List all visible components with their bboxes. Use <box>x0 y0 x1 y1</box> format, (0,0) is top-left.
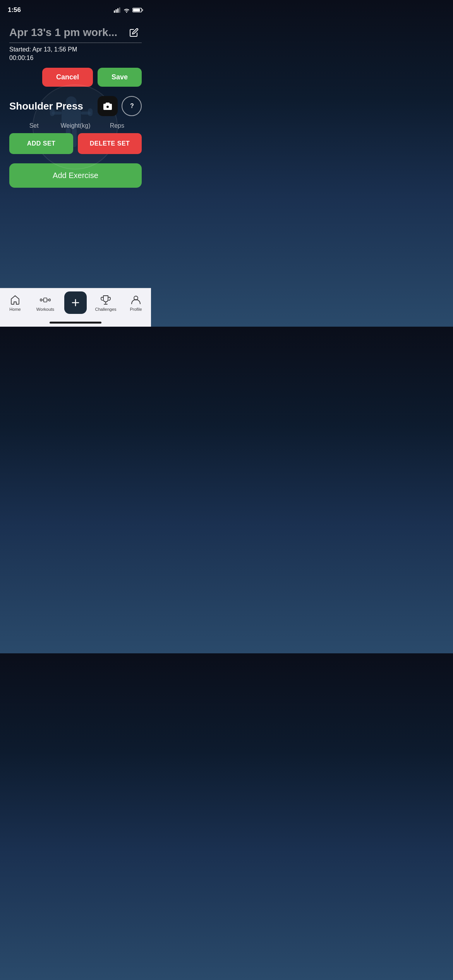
help-icon: ? <box>128 102 136 110</box>
tab-bar: Home Workouts <box>0 288 151 327</box>
svg-rect-6 <box>133 9 140 12</box>
tab-profile-label: Profile <box>130 307 142 312</box>
exercise-name: Shoulder Press <box>9 100 83 112</box>
edit-icon <box>129 28 139 37</box>
svg-text:?: ? <box>130 103 134 109</box>
exercise-header: Shoulder Press ? <box>9 96 142 116</box>
svg-rect-2 <box>117 9 118 13</box>
exercise-icons: ? <box>98 96 142 116</box>
tab-add[interactable] <box>60 293 91 314</box>
edit-button[interactable] <box>126 25 142 40</box>
col-reps: Reps <box>96 122 138 129</box>
add-set-button[interactable]: ADD SET <box>9 133 73 154</box>
svg-rect-5 <box>142 9 143 11</box>
table-header: Set Weight(kg) Reps <box>9 122 142 129</box>
svg-rect-3 <box>119 7 120 13</box>
exercise-section: Shoulder Press ? Set Weight(kg) Re <box>9 96 142 154</box>
profile-icon <box>130 295 141 305</box>
action-buttons: Cancel Save <box>9 68 142 87</box>
tab-profile[interactable]: Profile <box>121 293 151 312</box>
workout-title: Apr 13's 1 pm work... <box>9 26 126 39</box>
home-indicator <box>50 322 101 324</box>
tab-home-label: Home <box>9 307 21 312</box>
cancel-button[interactable]: Cancel <box>42 68 93 87</box>
camera-icon <box>103 102 113 110</box>
set-buttons: ADD SET DELETE SET <box>9 133 142 154</box>
header-underline <box>9 43 142 43</box>
tab-home[interactable]: Home <box>0 293 30 312</box>
delete-set-button[interactable]: DELETE SET <box>78 133 142 154</box>
help-button[interactable]: ? <box>122 96 142 116</box>
workouts-icon <box>40 295 51 305</box>
wifi-icon <box>123 7 130 13</box>
svg-point-15 <box>106 105 109 108</box>
add-exercise-button[interactable]: Add Exercise <box>9 163 142 188</box>
challenges-icon <box>100 295 111 305</box>
signal-icon <box>114 7 121 13</box>
tab-workouts-label: Workouts <box>36 307 54 312</box>
battery-icon <box>132 7 143 13</box>
status-time: 1:56 <box>8 6 21 14</box>
tab-challenges[interactable]: Challenges <box>91 293 121 312</box>
workout-started: Started: Apr 13, 1:56 PM <box>9 46 142 53</box>
status-bar: 1:56 <box>0 0 151 17</box>
save-button[interactable]: Save <box>98 68 142 87</box>
col-set: Set <box>13 122 55 129</box>
workout-timer: 00:00:16 <box>9 55 142 62</box>
tab-workouts[interactable]: Workouts <box>30 293 60 312</box>
col-weight: Weight(kg) <box>55 122 96 129</box>
svg-rect-0 <box>114 10 115 13</box>
add-center-icon <box>64 291 87 314</box>
tab-challenges-label: Challenges <box>95 307 116 312</box>
home-icon <box>10 295 21 305</box>
status-icons <box>114 7 143 13</box>
camera-button[interactable] <box>98 96 118 116</box>
svg-rect-21 <box>44 298 47 302</box>
main-content: Apr 13's 1 pm work... Started: Apr 13, 1… <box>0 17 151 188</box>
workout-header: Apr 13's 1 pm work... <box>9 25 142 40</box>
svg-rect-1 <box>116 9 117 13</box>
